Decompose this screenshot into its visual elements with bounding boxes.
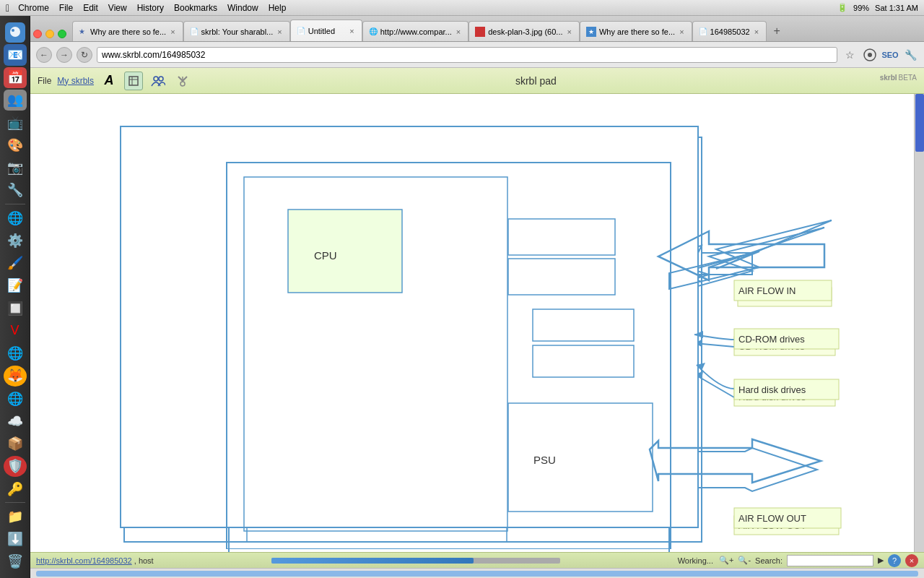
menu-history[interactable]: History [137,3,164,13]
tab-5[interactable]: desk-plan-3.jpg (60... × [468,21,580,41]
bookmark-star[interactable]: ☆ [842,47,858,63]
svg-point-8 [154,77,158,81]
dock-item11[interactable]: 🖌️ [4,252,27,273]
progress-bar-container [271,558,560,564]
dock-item19[interactable]: 📦 [4,433,27,454]
share-icon[interactable] [149,72,167,90]
tab-7[interactable]: 📄 164985032 × [692,21,767,41]
dock-downloads[interactable]: ⬇️ [4,528,27,549]
horizontal-scrollbar-thumb[interactable] [36,571,918,577]
address-bar: ← → ↻ ☆ SEO 🔧 [30,42,924,68]
back-button[interactable]: ← [36,47,52,63]
reload-button[interactable]: ↻ [77,47,92,63]
dock-item13[interactable]: 🔲 [4,298,27,319]
working-text: Working... [678,556,713,565]
my-skrbls[interactable]: My skrbls [57,76,94,86]
dock-item7[interactable]: 📷 [4,158,27,178]
url-input[interactable] [97,47,837,63]
dock-divider [5,204,25,204]
dock-item17[interactable]: 🌐 [4,388,27,409]
status-url-link[interactable]: http://skrbl.com/164985032 [36,556,132,565]
new-tab-button[interactable]: + [767,21,787,41]
dock-mail[interactable]: 📧 [4,44,27,65]
menu-file[interactable]: File [59,3,73,13]
tab-3-close[interactable]: × [348,26,355,36]
forward-button[interactable]: → [56,47,72,63]
svg-rect-15 [290,220,402,303]
battery-indicator: 🔋 [837,3,847,12]
minimize-button[interactable] [45,30,54,38]
dock-item6[interactable]: 🎨 [4,134,27,155]
menu-window[interactable]: Window [227,3,258,13]
scrollbar-thumb[interactable] [915,94,924,152]
dock-trash[interactable]: 🗑️ [4,551,27,572]
tab-bar: ★ Why are there so fe... × 📄 skrbl: Your… [30,16,924,42]
apple-menu[interactable]:  [6,2,9,14]
diagram-canvas: CPU PSU AIR FL [30,101,889,552]
dock-item20[interactable]: 🛡️ [4,456,27,477]
search-go-icon[interactable]: ▶ [878,556,884,565]
chrome-icon[interactable] [862,47,878,63]
help-icon[interactable]: ? [888,554,901,567]
battery-percent: 99% [853,4,869,12]
dock-finder[interactable] [4,22,27,43]
tab-3[interactable]: 📄 Untitled × [290,20,362,41]
menu-bookmarks[interactable]: Bookmarks [174,3,217,13]
svg-marker-31 [648,444,817,495]
font-icon[interactable]: A [100,72,118,90]
tab-6-title: Why are there so fe... [599,27,675,36]
zoom-in-icon[interactable]: 🔍+ [719,556,733,565]
air-flow-out-label: AIR FLOW OUT [738,520,806,531]
dock-item16[interactable]: 🦊 [4,366,27,387]
svg-marker-24 [662,228,824,296]
tools-icon[interactable] [173,72,192,90]
scrollbar[interactable] [914,94,924,552]
dock-item9[interactable]: 🌐 [4,207,27,228]
close-button[interactable] [33,30,42,38]
dock-item10[interactable]: ⚙️ [4,230,27,251]
seo-icon[interactable]: SEO [882,47,898,63]
zoom-out-icon[interactable]: 🔍- [738,556,751,565]
tab-7-close[interactable]: × [753,27,760,37]
dock-item18[interactable]: ☁️ [4,410,27,431]
menu-chrome[interactable]: Chrome [18,3,49,13]
cdrom-label: CD-ROM drives [738,341,805,352]
mac-dock: 📧 📅 👥 📺 🎨 📷 🔧 🌐 ⚙️ 🖌️ 📝 🔲 V 🌐 🦊 🌐 ☁️ 📦 🛡… [0,16,30,578]
menu-help[interactable]: Help [269,3,287,13]
tab-6[interactable]: ★ Why are there so fe... × [580,21,692,41]
svg-rect-5 [129,77,138,85]
tab-2[interactable]: 📄 skrbl: Your sharabl... × [183,21,290,41]
air-flow-out-arrow [648,444,817,495]
dock-folder[interactable]: 📁 [4,506,27,527]
edit-icon[interactable] [124,72,143,90]
clock: Sat 1:31 AM [875,4,918,12]
tab-1[interactable]: ★ Why are there so fe... × [72,21,183,41]
dock-item8[interactable]: 🔧 [4,180,27,201]
wrench-icon[interactable]: 🔧 [902,47,918,63]
file-menu[interactable]: File [38,76,51,86]
maximize-button[interactable] [58,30,66,38]
dock-item5[interactable]: 📺 [4,112,27,133]
dock-item12[interactable]: 📝 [4,275,27,296]
dock-contacts[interactable]: 👥 [4,90,27,111]
dock-item15[interactable]: 🌐 [4,342,27,363]
tab-4[interactable]: 🌐 http://www.compar... × [362,21,468,41]
dock-divider2 [5,502,25,503]
menu-view[interactable]: View [108,3,127,13]
tab-5-close[interactable]: × [566,27,573,37]
close-x-icon[interactable]: × [905,554,918,567]
dock-calendar[interactable]: 📅 [4,67,27,88]
tab-1-close[interactable]: × [169,27,176,37]
svg-rect-19 [536,355,637,388]
bottom-scrollbar[interactable] [30,568,924,578]
dock-item14[interactable]: V [4,320,27,341]
tab-7-title: 164985032 [710,27,750,36]
dock-item21[interactable]: 🔑 [4,478,27,499]
tab-2-close[interactable]: × [276,27,283,37]
tab-4-close[interactable]: × [455,27,462,37]
tab-6-close[interactable]: × [678,27,685,37]
brand-logo: skrblBETA [880,74,917,87]
search-input[interactable] [787,555,873,566]
app-toolbar: File My skrbls A [30,68,924,94]
menu-edit[interactable]: Edit [83,3,98,13]
